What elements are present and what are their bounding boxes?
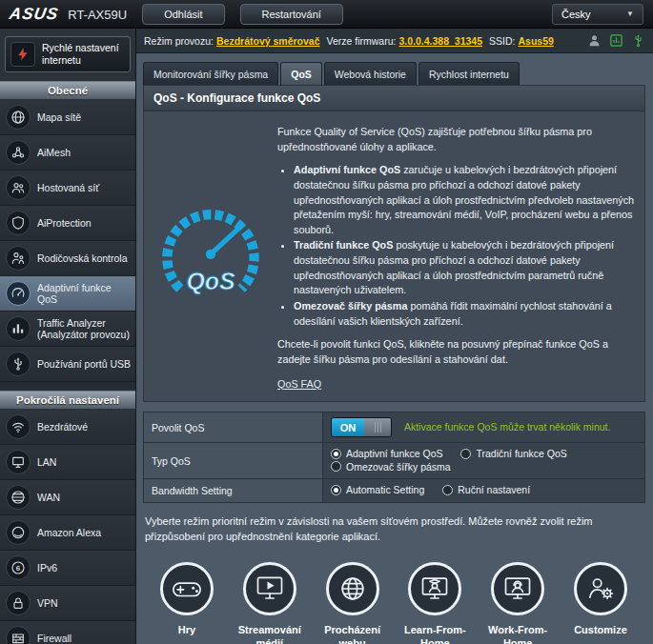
qos-gauge-illustration: QoS xyxy=(153,125,268,392)
quick-internet-setup-button[interactable]: Rychlé nastavení internetu xyxy=(5,36,131,72)
vpn-lock-icon xyxy=(6,591,31,615)
firmware-version-link[interactable]: 3.0.0.4.388_31345 xyxy=(398,35,482,47)
radio-icon xyxy=(460,449,471,459)
sidebar-item-aiprotection[interactable]: AiProtection xyxy=(0,206,135,241)
ssid-label: SSID: xyxy=(489,35,515,47)
status-icons xyxy=(587,33,645,48)
bandwidth-automatic-radio[interactable]: Automatic Setting xyxy=(331,484,424,495)
operation-mode-label: Režim provozu: xyxy=(144,35,214,47)
tab-qos[interactable]: QoS xyxy=(280,62,322,85)
main-content: Režim provozu: Bezdrátový směrovač Verze… xyxy=(136,29,653,644)
qos-type-adaptive-radio[interactable]: Adaptivní funkce QoS xyxy=(331,448,443,459)
language-select[interactable]: Česky ▼ xyxy=(552,4,643,25)
aiprotection-shield-icon xyxy=(6,211,31,235)
qos-enable-toggle[interactable]: ON xyxy=(331,417,392,437)
clients-icon[interactable] xyxy=(587,33,602,48)
wan-icon xyxy=(6,485,31,510)
router-admin-page: ASUS RT-AX59U Odhlásit Restartování Česk… xyxy=(0,0,653,644)
sidebar-item-aimesh[interactable]: AiMesh xyxy=(0,135,135,171)
sidebar-section-general: Obecné xyxy=(0,81,135,100)
radio-icon xyxy=(331,449,341,459)
qos-settings-table: Povolit QoS ON Aktivace funkce QoS může … xyxy=(143,412,645,503)
qos-description-panel: QoS Funkce Quality of Service (QoS) zaji… xyxy=(143,111,645,402)
games-icon xyxy=(160,562,214,615)
sidebar-item-traffic-analyzer[interactable]: Traffic Analyzer (Analyzátor provozu) xyxy=(0,312,135,347)
tab-internet-speed[interactable]: Rychlost internetu xyxy=(418,62,520,85)
sidebar-item-guest-network[interactable]: Hostovaná síť xyxy=(0,171,135,206)
mode-learn-from-home[interactable]: Learn-From-Home xyxy=(394,562,476,644)
mode-work-from-home[interactable]: Work-From-Home xyxy=(477,562,559,644)
alexa-icon xyxy=(6,520,31,545)
radio-icon xyxy=(442,485,453,495)
sidebar-item-firewall[interactable]: Firewall xyxy=(0,621,135,644)
sidebar-item-lan[interactable]: LAN xyxy=(0,445,135,480)
ssid-link[interactable]: Asus59 xyxy=(518,35,553,47)
sidebar-item-wireless[interactable]: Bezdrátové xyxy=(0,410,135,445)
radio-icon xyxy=(331,485,341,495)
sidebar: Rychlé nastavení internetu Obecné Mapa s… xyxy=(0,29,136,644)
svg-text:6: 6 xyxy=(16,564,21,573)
page-title: QoS - Konfigurace funkce QoS xyxy=(143,85,645,111)
toggle-on-state: ON xyxy=(332,418,364,436)
network-map-icon xyxy=(6,105,31,130)
customize-icon xyxy=(574,562,627,615)
qos-gauge-icon xyxy=(6,281,31,306)
toggle-knob xyxy=(364,418,391,436)
sidebar-item-ipv6[interactable]: 6 IPv6 xyxy=(0,551,135,586)
radio-icon xyxy=(331,461,341,472)
language-value: Česky xyxy=(561,9,591,20)
ipv6-icon: 6 xyxy=(6,555,31,580)
operation-mode-link[interactable]: Bezdrátový směrovač xyxy=(216,35,320,47)
qos-type-traditional-radio[interactable]: Tradiční funkce QoS xyxy=(460,448,566,459)
mode-web-surfing[interactable]: Procházení webu xyxy=(312,562,394,644)
qos-bullet-traditional: Tradiční funkce QoS poskytuje u kabelový… xyxy=(294,238,635,298)
qos-bullet-adaptive: Adaptivní funkce QoS zaručuje u kabelový… xyxy=(294,163,635,237)
qos-faq-link[interactable]: QoS FAQ xyxy=(277,377,321,392)
tab-bar: Monitorování šířky pásma QoS Webová hist… xyxy=(143,62,645,85)
qos-description-text: Funkce Quality of Service (QoS) zajišťuj… xyxy=(277,125,635,392)
lan-icon xyxy=(6,450,31,474)
sidebar-item-network-map[interactable]: Mapa sítě xyxy=(0,100,135,135)
bandwidth-manual-radio[interactable]: Ruční nastavení xyxy=(442,484,530,495)
mode-media-streaming[interactable]: Streamování médií xyxy=(229,562,311,644)
sidebar-item-amazon-alexa[interactable]: Amazon Alexa xyxy=(0,515,135,551)
sidebar-section-advanced: Pokročilá nastavení xyxy=(0,391,135,410)
table-row: Povolit QoS ON Aktivace funkce QoS může … xyxy=(144,413,645,443)
sidebar-item-parental-controls[interactable]: Rodičovská kontrola xyxy=(0,241,135,276)
qos-type-limiter-radio[interactable]: Omezovač šířky pásma xyxy=(331,461,451,473)
firmware-label: Verze firmwaru: xyxy=(327,35,397,47)
wireless-icon xyxy=(6,414,31,439)
parental-controls-icon xyxy=(6,246,31,271)
sidebar-item-wan[interactable]: WAN xyxy=(0,480,135,515)
table-row: Typ QoS Adaptivní funkce QoS Tradiční fu… xyxy=(144,443,645,479)
brand: ASUS RT-AX59U xyxy=(10,5,127,24)
qos-bullet-limiter: Omezovač šířky pásma pomáhá řídit maximá… xyxy=(294,299,635,329)
mode-customize[interactable]: Customize xyxy=(560,562,642,644)
usb-icon xyxy=(6,352,31,376)
qos-activation-note: Aktivace funkce QoS může trvat několik m… xyxy=(404,421,611,433)
bandwidth-setting-label: Bandwidth Setting xyxy=(144,479,323,503)
guest-network-icon xyxy=(6,175,31,200)
quick-setup-icon xyxy=(10,42,35,67)
mode-games[interactable]: Hry xyxy=(146,562,228,644)
logout-button[interactable]: Odhlásit xyxy=(142,4,224,25)
table-row: Bandwidth Setting Automatic Setting Ručn… xyxy=(144,479,645,503)
traffic-analyzer-icon xyxy=(6,316,31,341)
sidebar-item-usb-application[interactable]: Používání portů USB xyxy=(0,347,135,382)
sidebar-item-vpn[interactable]: VPN xyxy=(0,586,135,621)
firewall-icon xyxy=(6,626,31,644)
aimesh-icon xyxy=(6,140,31,165)
usb-status-icon[interactable] xyxy=(631,33,645,48)
reboot-button[interactable]: Restartování xyxy=(240,4,343,25)
work-from-home-icon xyxy=(491,562,544,615)
chevron-down-icon: ▼ xyxy=(626,10,634,18)
tab-web-history[interactable]: Webová historie xyxy=(324,62,417,85)
sidebar-item-adaptive-qos[interactable]: Adaptivní funkce QoS xyxy=(0,276,135,312)
asus-logo: ASUS xyxy=(8,5,60,24)
quick-setup-label: Rychlé nastavení internetu xyxy=(42,42,125,67)
router-model: RT-AX59U xyxy=(68,8,127,22)
tab-bandwidth-monitor[interactable]: Monitorování šířky pásma xyxy=(143,62,278,85)
svg-text:QoS: QoS xyxy=(186,268,235,294)
internet-status-icon[interactable] xyxy=(609,33,623,48)
qos-bullet-list: Adaptivní funkce QoS zaručuje u kabelový… xyxy=(294,163,635,329)
